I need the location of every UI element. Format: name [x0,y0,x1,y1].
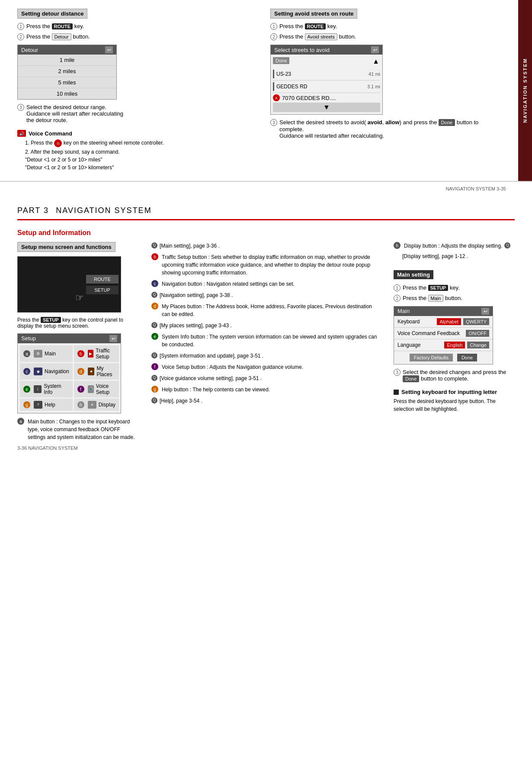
main-step1: 1 Press the SETUP key. [394,284,515,291]
voice-setup-icon: 🔊 [88,385,94,393]
three-col-layout: Setup menu screen and functions ROUTE SE… [17,242,515,451]
avoid-step2: 2 Press the Avoid streets button. [270,33,497,40]
myplaces-link: Q [My places setting], page 3-43 . [151,322,381,329]
setup-back-btn[interactable]: ↩ [109,335,117,342]
detour-5miles[interactable]: 5 miles [18,77,116,88]
q-icon-5: Q [151,375,157,381]
nav-label: Navigation [45,368,69,374]
avoid-bar2 [273,82,274,91]
main-btn[interactable]: Main [428,295,444,302]
myplaces-page: [My places setting], page 3-43 . [160,322,232,329]
qwerty-val[interactable]: QWERTY [463,318,489,325]
menu-sysinfo[interactable]: e i System Info [20,381,73,397]
main-step1-circle: 1 [394,284,401,291]
help-page: [Help], page 3-54 . [160,397,202,405]
english-val[interactable]: English [444,342,465,348]
setup-menu-header: Setup ↩ [18,334,121,343]
page-footer-top: NAVIGATION SYSTEM 3-35 [0,182,532,196]
avoid-popup-title: Select streets to avoid [274,47,330,53]
traffic-icon: ▶ [88,350,94,358]
avoid-row-us23: US-23 41 mi [273,68,380,81]
main-label: Main [45,351,56,357]
display-label: Display [99,402,115,408]
avoid-list: Done ▲ US-23 41 mi GEDDES RD 3.1 mi [271,55,382,114]
main-step3-text: Select the desired changes and press the… [403,369,515,382]
avoid-step1: 1 Press the ROUTE key. [270,23,497,30]
steering-icon: ⊙ [54,139,62,147]
avoid-popup: Select streets to avoid ↩ Done ▲ US-23 4… [270,45,383,115]
keyboard-row: Keyboard Alphabet QWERTY [394,316,493,328]
voicesetup-btn-desc: f Voice Setup button : Adjusts the Navig… [151,363,381,371]
display-desc: Display button : Adjusts the display set… [404,242,502,250]
main-popup-back[interactable]: ↩ [481,308,489,315]
nav-page: [Navigation setting], page 3-38 . [160,291,233,299]
route-key-badge2: ROUTE [305,23,326,29]
detour-btn-badge[interactable]: Detour [52,33,71,40]
menu-main[interactable]: a ⚙ Main [20,345,73,362]
avoid-addr-text: 7070 GEDDES RD.... [282,95,336,101]
menu-myplaces[interactable]: d ★ My Places [74,363,119,380]
voicesetup-page: [Voice guidance volume setting], page 3-… [160,374,262,382]
part3-section: PART 3 NAVIGATION SYSTEM Setup and Infor… [0,196,532,464]
menu-help[interactable]: g ? Help [20,399,73,411]
menu-num-b: b [77,350,84,357]
menu-traffic[interactable]: b ▶ Traffic Setup [74,345,119,362]
voice-command-section: 🔊 Voice Command 1. Press the ⊙ key on th… [17,130,244,171]
voice-feedback-label: Voice Command Feedback [397,330,460,336]
main-step1-text: Press the SETUP key. [403,284,460,291]
main-done-btn[interactable]: Done [457,354,477,361]
q-icon-1: Q [151,242,157,248]
sidebar-tab-text: NAVIGATION SYSTEM [522,58,528,123]
scroll-down-btn[interactable]: ▼ [273,103,380,112]
change-val[interactable]: Change [467,342,489,348]
nav-btn-desc: c Navigation button : Navigation related… [151,280,381,288]
menu-voicesetup[interactable]: f 🔊 Voice Setup [74,381,119,397]
setup-screen-btns: ROUTE SETUP [86,257,121,312]
voice-example2: "Detour <1 or 2 or 5 or 10> kilometers" [22,165,244,171]
avoid-back-btn[interactable]: ↩ [371,46,379,53]
sysinfo-link: Q [System information and update], page … [151,352,381,360]
avoid-step3-text: Select the desired streets to avoid( avo… [279,119,497,139]
detour-2miles[interactable]: 2 miles [18,66,116,77]
avoid-addr-row: A 7070 GEDDES RD.... [273,93,380,103]
menu-num-e: e [23,386,30,393]
avoid-done-btn[interactable]: Done [273,57,289,64]
menu-navigation[interactable]: c ◆ Navigation [20,363,73,380]
avoid-step3-circle: 3 [270,119,277,126]
street1-dist: 41 mi [369,71,380,77]
setup-screen-btn: SETUP [86,286,119,294]
q-icon-6: Q [151,397,157,403]
display-page: [Display setting], page 1-12 . [394,253,515,259]
traffic-btn-desc: b Traffic Setup button : Sets whether to… [151,253,381,277]
alphabet-val[interactable]: Alphabet [437,318,461,325]
setup-screen-image: ROUTE SETUP ☞ [17,256,121,313]
factory-row: Factory Defaults Done [394,351,493,364]
scroll-up-btn[interactable]: ▲ [372,57,380,66]
detour-back-btn[interactable]: ↩ [105,46,113,53]
detour-section-title: Setting detour distance [17,9,87,19]
avoid-step2-circle: 2 [270,33,277,40]
detour-10miles[interactable]: 10 miles [18,88,116,99]
avoid-streets-btn[interactable]: Avoid streets [305,33,337,40]
voicesetup-desc: Voice Setup button : Adjusts the Navigat… [162,363,303,371]
detour-1mile[interactable]: 1 mile [18,55,116,66]
language-label: Language [397,342,420,348]
main-done-badge[interactable]: Done [403,375,419,382]
street2-name: GEDDES RD [276,84,307,90]
sysinfo-circle: e [151,333,158,340]
menu-num-h: h [77,401,84,408]
done-badge[interactable]: Done [439,119,455,126]
main-step2-circle: 2 [394,295,401,302]
language-vals: English Change [444,342,489,348]
menu-display[interactable]: h ☀ Display [74,399,119,411]
keyboard-subsection: Setting keyboard for inputting letter [394,389,515,395]
press-setup-text: Press the SETUP key on the control panel… [17,317,138,329]
voice-example1: "Detour <1 or 2 or 5 or 10> miles" [22,157,244,163]
main-popup-header: Main ↩ [394,306,493,316]
nav-icon: ◆ [34,368,42,375]
detour-step1: 1 Press the ROUTE key. [17,23,244,30]
factory-defaults-btn[interactable]: Factory Defaults [410,354,453,361]
display-btn-desc: h Display button : Adjusts the display s… [394,242,515,250]
on-off-val[interactable]: ON/OFF [466,330,489,337]
detour-popup-title: Detour [21,47,38,53]
